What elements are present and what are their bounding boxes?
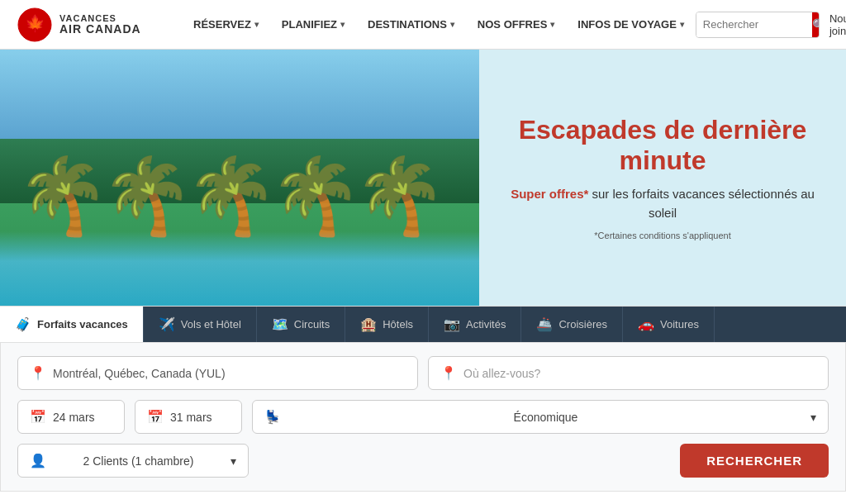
depart-date-value: 24 mars	[53, 411, 95, 424]
chevron-down-icon: ▾	[450, 20, 454, 29]
palm-scene	[0, 50, 479, 306]
hotel-icon: 🏨	[360, 316, 377, 332]
cruise-icon: 🚢	[536, 316, 553, 332]
hero-subtitle-red: Super offres*	[511, 187, 588, 201]
hero-subtitle-rest: sur les forfaits vacances sélectionnés a…	[588, 187, 814, 220]
air-canada-logo-icon: 🍁	[17, 7, 53, 43]
search-button[interactable]: 🔍	[812, 12, 820, 38]
contact-link[interactable]: Nous joindre	[829, 12, 846, 37]
chevron-down-icon: ▾	[340, 20, 345, 29]
tab-hotels[interactable]: 🏨 Hôtels	[345, 307, 429, 342]
header: 🍁 VACANCES AIR CANADA RÉSERVEZ ▾ PLANIFI…	[0, 0, 846, 50]
chevron-down-icon: ▾	[231, 454, 236, 468]
classe-field[interactable]: 💺 Économique ▾	[252, 400, 829, 434]
brand-name: VACANCES AIR CANADA	[59, 13, 141, 36]
search-tabs: 🧳 Forfaits vacances ✈️ Vols et Hôtel 🗺️ …	[0, 307, 846, 342]
classe-value: Économique	[514, 411, 578, 424]
origin-input[interactable]	[53, 367, 406, 380]
tab-activites[interactable]: 📷 Activités	[429, 307, 521, 342]
hero-title: Escapades de dernière minute	[504, 115, 821, 176]
nav-planifiez[interactable]: PLANIFIEZ ▾	[270, 18, 356, 31]
search-form: 📍 📍 📅 24 mars 📅 31 mars 💺 Économique ▾	[0, 342, 846, 492]
header-right: 🔍 Nous joindre English | 👤 OUVRIR UNE SE…	[696, 12, 846, 38]
retour-date-field[interactable]: 📅 31 mars	[135, 400, 242, 434]
person-icon: 👤	[30, 453, 46, 468]
destination-input[interactable]	[463, 367, 816, 380]
form-row-1: 📍 📍	[17, 356, 829, 390]
search-box[interactable]: 🔍	[696, 12, 820, 38]
tab-croisieres[interactable]: 🚢 Croisières	[521, 307, 623, 342]
origin-field[interactable]: 📍	[17, 356, 418, 390]
search-section: 🧳 Forfaits vacances ✈️ Vols et Hôtel 🗺️ …	[0, 306, 846, 492]
chevron-down-icon: ▾	[810, 411, 816, 424]
hero-section: Escapades de dernière minute Super offre…	[0, 50, 846, 306]
tab-voitures[interactable]: 🚗 Voitures	[623, 307, 715, 342]
svg-text:🍁: 🍁	[25, 13, 45, 33]
location-icon: 📍	[30, 365, 46, 381]
retour-date-value: 31 mars	[170, 411, 212, 424]
destination-field[interactable]: 📍	[428, 356, 829, 390]
rechercher-button[interactable]: RECHERCHER	[680, 444, 829, 478]
logo[interactable]: 🍁 VACANCES AIR CANADA	[17, 7, 165, 43]
activities-icon: 📷	[444, 316, 460, 332]
chevron-down-icon: ▾	[254, 20, 259, 29]
tab-forfaits-vacances[interactable]: 🧳 Forfaits vacances	[0, 307, 144, 342]
flight-hotel-icon: ✈️	[159, 316, 175, 332]
suitcase-icon: 🧳	[15, 316, 31, 332]
hero-image	[0, 50, 479, 306]
tab-vols-hotel[interactable]: ✈️ Vols et Hôtel	[144, 307, 257, 342]
nav-destinations[interactable]: DESTINATIONS ▾	[356, 18, 466, 31]
form-row-3: 👤 2 Clients (1 chambre) ▾ RECHERCHER	[17, 444, 829, 478]
hero-subtitle: Super offres* sur les forfaits vacances …	[504, 185, 821, 222]
passengers-value: 2 Clients (1 chambre)	[83, 454, 194, 468]
depart-date-field[interactable]: 📅 24 mars	[17, 400, 125, 434]
hero-disclaimer: *Certaines conditions s'appliquent	[594, 231, 730, 240]
seat-icon: 💺	[264, 409, 281, 425]
passengers-field[interactable]: 👤 2 Clients (1 chambre) ▾	[17, 444, 249, 478]
car-icon: 🚗	[638, 316, 654, 332]
calendar-icon: 📅	[30, 409, 46, 425]
chevron-down-icon: ▾	[550, 20, 554, 29]
search-input[interactable]	[696, 12, 812, 37]
form-row-2: 📅 24 mars 📅 31 mars 💺 Économique ▾	[17, 400, 829, 434]
main-nav: RÉSERVEZ ▾ PLANIFIEZ ▾ DESTINATIONS ▾ NO…	[182, 18, 696, 31]
nav-reservez[interactable]: RÉSERVEZ ▾	[182, 18, 270, 31]
nav-nos-offres[interactable]: NOS OFFRES ▾	[466, 18, 567, 31]
circuits-icon: 🗺️	[272, 316, 288, 332]
calendar-icon: 📅	[147, 409, 164, 425]
chevron-down-icon: ▾	[680, 20, 684, 29]
nav-infos-voyage[interactable]: INFOS DE VOYAGE ▾	[566, 18, 695, 31]
tab-circuits[interactable]: 🗺️ Circuits	[257, 307, 345, 342]
hero-text: Escapades de dernière minute Super offre…	[479, 50, 846, 306]
location-icon: 📍	[440, 365, 457, 381]
